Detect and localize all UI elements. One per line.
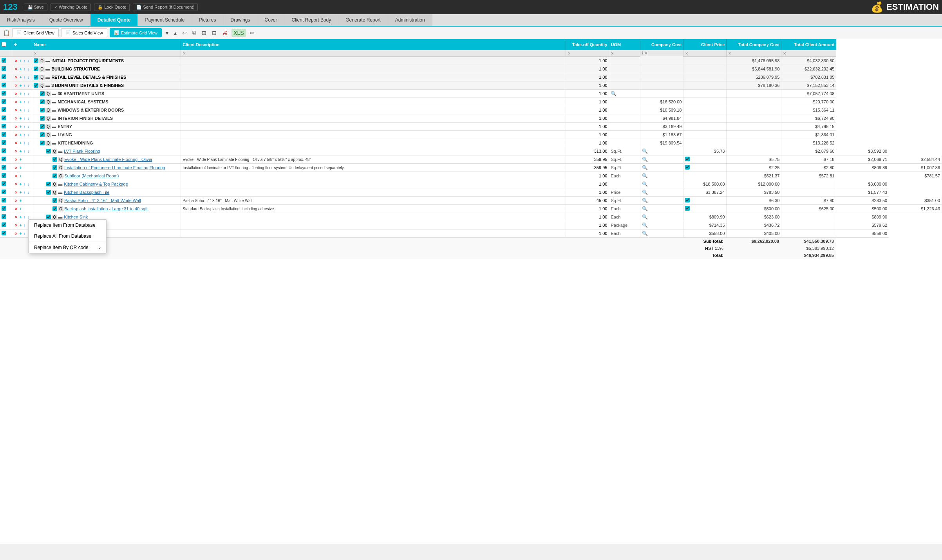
item-checkbox[interactable]	[34, 83, 38, 88]
move-button[interactable]: +	[19, 83, 23, 88]
tab-client-grid-view[interactable]: 📄 Client Grid View	[12, 28, 59, 37]
move-button[interactable]: +	[19, 215, 23, 220]
down-button[interactable]: ↓	[27, 116, 30, 121]
item-checkbox[interactable]	[52, 157, 57, 162]
item-name[interactable]: ENTRY	[58, 124, 72, 129]
item-name[interactable]: Installation of Engineered Laminate Floa…	[64, 165, 165, 170]
delete-button[interactable]: ✕	[14, 116, 18, 121]
item-active-checkbox[interactable]	[685, 165, 690, 170]
table-button[interactable]: ⊟	[210, 29, 218, 37]
item-checkbox[interactable]	[52, 206, 57, 211]
expand-icon[interactable]: ▬	[52, 99, 56, 104]
row-checkbox[interactable]	[2, 190, 6, 194]
row-checkbox[interactable]	[2, 157, 6, 161]
up-button[interactable]: ↑	[23, 108, 26, 113]
delete-button[interactable]: ✕	[14, 165, 18, 170]
delete-button[interactable]: ✕	[14, 157, 18, 162]
up-button[interactable]: ↑	[23, 67, 26, 72]
delete-button[interactable]: ✕	[14, 231, 18, 236]
context-replace-qr[interactable]: Replace Item By QR code ›	[29, 242, 106, 253]
filter-name-clear[interactable]: ✕	[34, 51, 37, 56]
save-button[interactable]: 💾 Save	[24, 4, 47, 11]
item-name[interactable]: RETAIL LEVEL DETAILS & FINISHES	[51, 75, 126, 79]
up-button[interactable]: ↑	[23, 223, 26, 228]
lock-quote-button[interactable]: 🔒 Lock Quote	[94, 4, 130, 11]
expand-icon[interactable]: ▬	[45, 75, 50, 79]
tab-generate-report[interactable]: Generate Report	[338, 14, 388, 26]
down-button[interactable]: ↓	[27, 215, 30, 220]
row-checkbox[interactable]	[2, 165, 6, 170]
item-checkbox[interactable]	[40, 132, 45, 137]
row-checkbox[interactable]	[2, 231, 6, 235]
expand-icon[interactable]: ▬	[58, 149, 62, 154]
row-checkbox[interactable]	[2, 124, 6, 128]
up-button[interactable]: ↑	[23, 99, 26, 105]
delete-button[interactable]: ✕	[14, 91, 18, 96]
item-checkbox[interactable]	[34, 58, 38, 63]
item-checkbox[interactable]	[40, 141, 45, 145]
row-checkbox[interactable]	[2, 83, 6, 87]
up-button[interactable]: ↑	[23, 116, 26, 121]
up-button[interactable]: ↑	[23, 182, 26, 187]
row-checkbox[interactable]	[2, 91, 6, 96]
move-button[interactable]: +	[19, 67, 23, 72]
row-checkbox[interactable]	[2, 107, 6, 112]
item-checkbox[interactable]	[40, 116, 45, 121]
expand-icon[interactable]: ▬	[45, 83, 50, 88]
move-button[interactable]: +	[19, 124, 23, 129]
row-checkbox[interactable]	[2, 214, 6, 219]
expand-icon[interactable]: ▬	[52, 116, 56, 121]
move-button[interactable]: +	[19, 157, 23, 162]
tab-quote-overview[interactable]: Quote Overview	[42, 14, 90, 26]
move-button[interactable]: +	[19, 165, 23, 170]
item-name[interactable]: MECHANICAL SYSTEMS	[58, 99, 108, 104]
down-button[interactable]: ↓	[27, 91, 30, 96]
item-name[interactable]: Pasha Soho - 4" X 16" - Matt White Wall	[64, 198, 141, 203]
filter-price-clear[interactable]: ✕	[685, 51, 688, 56]
delete-button[interactable]: ✕	[14, 132, 18, 137]
delete-button[interactable]: ✕	[14, 215, 18, 220]
tab-detailed-quote[interactable]: Detailed Quote	[90, 14, 138, 26]
select-all-checkbox[interactable]	[2, 42, 6, 47]
item-checkbox[interactable]	[46, 149, 51, 154]
filter-total-company-clear[interactable]: ✕	[728, 51, 731, 56]
item-name[interactable]: 30 APARTMENT UNITS	[58, 91, 104, 96]
item-name[interactable]: WINDOWS & EXTERIOR DOORS	[58, 108, 124, 112]
filter-desc-clear[interactable]: ✕	[183, 51, 186, 56]
row-checkbox[interactable]	[2, 148, 6, 153]
item-checkbox[interactable]	[34, 75, 38, 79]
tab-pictures[interactable]: Pictures	[192, 14, 223, 26]
item-checkbox[interactable]	[46, 182, 51, 186]
move-button[interactable]: +	[19, 198, 23, 203]
tab-drawings[interactable]: Drawings	[224, 14, 258, 26]
up-button[interactable]: ↑	[23, 149, 26, 154]
delete-button[interactable]: ✕	[14, 124, 18, 129]
row-checkbox[interactable]	[2, 173, 6, 178]
filter-uom-clear[interactable]: ✕	[611, 51, 614, 56]
item-name[interactable]: Kitchen Cabinetry & Top Package	[64, 182, 128, 186]
item-checkbox[interactable]	[52, 165, 57, 170]
item-name[interactable]: INTERIOR FINISH DETAILS	[58, 116, 113, 121]
expand-button[interactable]: ▴	[172, 29, 178, 37]
expand-icon[interactable]: ▬	[52, 132, 56, 137]
expand-icon[interactable]: ▬	[45, 67, 50, 71]
edit-button[interactable]: ✏	[248, 29, 256, 37]
item-checkbox[interactable]	[52, 173, 57, 178]
delete-button[interactable]: ✕	[14, 173, 18, 179]
move-button[interactable]: +	[19, 206, 23, 211]
expand-icon[interactable]: ▬	[58, 190, 62, 195]
down-button[interactable]: ↓	[27, 124, 30, 129]
row-checkbox[interactable]	[2, 181, 6, 186]
add-row-button[interactable]: +	[14, 41, 17, 48]
row-checkbox[interactable]	[2, 132, 6, 137]
tab-payment-schedule[interactable]: Payment Schedule	[138, 14, 192, 26]
move-button[interactable]: +	[19, 149, 23, 154]
delete-button[interactable]: ✕	[14, 67, 18, 72]
copy-button[interactable]: ⧉	[191, 29, 198, 37]
delete-button[interactable]: ✕	[14, 190, 18, 195]
item-checkbox[interactable]	[40, 99, 45, 104]
delete-button[interactable]: ✕	[14, 223, 18, 228]
arrow-down-button[interactable]: ↓	[27, 58, 30, 63]
down-button[interactable]: ↓	[27, 108, 30, 113]
row-checkbox[interactable]	[2, 99, 6, 104]
